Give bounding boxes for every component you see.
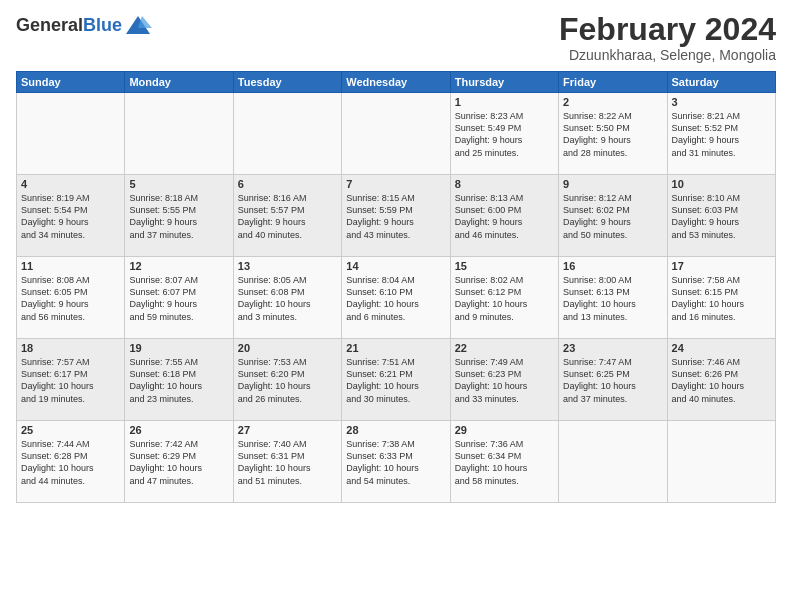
page: GeneralBlue February 2024 Dzuunkharaa, S… bbox=[0, 0, 792, 612]
day-number: 17 bbox=[672, 260, 771, 272]
day-number: 23 bbox=[563, 342, 662, 354]
calendar-cell: 28Sunrise: 7:38 AMSunset: 6:33 PMDayligh… bbox=[342, 421, 450, 503]
calendar-week-row: 4Sunrise: 8:19 AMSunset: 5:54 PMDaylight… bbox=[17, 175, 776, 257]
day-number: 8 bbox=[455, 178, 554, 190]
cell-content: Sunrise: 7:42 AMSunset: 6:29 PMDaylight:… bbox=[129, 438, 228, 487]
location: Dzuunkharaa, Selenge, Mongolia bbox=[559, 47, 776, 63]
cell-content: Sunrise: 7:55 AMSunset: 6:18 PMDaylight:… bbox=[129, 356, 228, 405]
calendar-cell bbox=[342, 93, 450, 175]
logo-general: General bbox=[16, 15, 83, 35]
day-number: 16 bbox=[563, 260, 662, 272]
day-number: 9 bbox=[563, 178, 662, 190]
calendar-week-row: 25Sunrise: 7:44 AMSunset: 6:28 PMDayligh… bbox=[17, 421, 776, 503]
calendar-week-row: 1Sunrise: 8:23 AMSunset: 5:49 PMDaylight… bbox=[17, 93, 776, 175]
calendar-cell: 17Sunrise: 7:58 AMSunset: 6:15 PMDayligh… bbox=[667, 257, 775, 339]
cell-content: Sunrise: 8:13 AMSunset: 6:00 PMDaylight:… bbox=[455, 192, 554, 241]
day-number: 14 bbox=[346, 260, 445, 272]
day-number: 28 bbox=[346, 424, 445, 436]
calendar-cell bbox=[17, 93, 125, 175]
cell-content: Sunrise: 7:58 AMSunset: 6:15 PMDaylight:… bbox=[672, 274, 771, 323]
calendar-cell: 10Sunrise: 8:10 AMSunset: 6:03 PMDayligh… bbox=[667, 175, 775, 257]
day-number: 26 bbox=[129, 424, 228, 436]
calendar-cell: 7Sunrise: 8:15 AMSunset: 5:59 PMDaylight… bbox=[342, 175, 450, 257]
cell-content: Sunrise: 8:00 AMSunset: 6:13 PMDaylight:… bbox=[563, 274, 662, 323]
day-number: 20 bbox=[238, 342, 337, 354]
title-block: February 2024 Dzuunkharaa, Selenge, Mong… bbox=[559, 12, 776, 63]
calendar-cell: 12Sunrise: 8:07 AMSunset: 6:07 PMDayligh… bbox=[125, 257, 233, 339]
cell-content: Sunrise: 8:23 AMSunset: 5:49 PMDaylight:… bbox=[455, 110, 554, 159]
day-number: 6 bbox=[238, 178, 337, 190]
cell-content: Sunrise: 8:08 AMSunset: 6:05 PMDaylight:… bbox=[21, 274, 120, 323]
cell-content: Sunrise: 8:05 AMSunset: 6:08 PMDaylight:… bbox=[238, 274, 337, 323]
calendar-table: SundayMondayTuesdayWednesdayThursdayFrid… bbox=[16, 71, 776, 503]
day-number: 15 bbox=[455, 260, 554, 272]
calendar-cell: 26Sunrise: 7:42 AMSunset: 6:29 PMDayligh… bbox=[125, 421, 233, 503]
calendar-cell: 16Sunrise: 8:00 AMSunset: 6:13 PMDayligh… bbox=[559, 257, 667, 339]
logo: GeneralBlue bbox=[16, 12, 152, 40]
cell-content: Sunrise: 8:15 AMSunset: 5:59 PMDaylight:… bbox=[346, 192, 445, 241]
calendar-week-row: 18Sunrise: 7:57 AMSunset: 6:17 PMDayligh… bbox=[17, 339, 776, 421]
header-cell-thursday: Thursday bbox=[450, 72, 558, 93]
calendar-cell bbox=[233, 93, 341, 175]
calendar-cell: 22Sunrise: 7:49 AMSunset: 6:23 PMDayligh… bbox=[450, 339, 558, 421]
calendar-cell: 13Sunrise: 8:05 AMSunset: 6:08 PMDayligh… bbox=[233, 257, 341, 339]
day-number: 12 bbox=[129, 260, 228, 272]
calendar-cell: 8Sunrise: 8:13 AMSunset: 6:00 PMDaylight… bbox=[450, 175, 558, 257]
cell-content: Sunrise: 8:12 AMSunset: 6:02 PMDaylight:… bbox=[563, 192, 662, 241]
calendar-cell bbox=[125, 93, 233, 175]
calendar-week-row: 11Sunrise: 8:08 AMSunset: 6:05 PMDayligh… bbox=[17, 257, 776, 339]
header-cell-friday: Friday bbox=[559, 72, 667, 93]
calendar-header-row: SundayMondayTuesdayWednesdayThursdayFrid… bbox=[17, 72, 776, 93]
calendar-cell: 27Sunrise: 7:40 AMSunset: 6:31 PMDayligh… bbox=[233, 421, 341, 503]
cell-content: Sunrise: 8:22 AMSunset: 5:50 PMDaylight:… bbox=[563, 110, 662, 159]
header-cell-wednesday: Wednesday bbox=[342, 72, 450, 93]
day-number: 2 bbox=[563, 96, 662, 108]
cell-content: Sunrise: 8:19 AMSunset: 5:54 PMDaylight:… bbox=[21, 192, 120, 241]
calendar-cell: 2Sunrise: 8:22 AMSunset: 5:50 PMDaylight… bbox=[559, 93, 667, 175]
day-number: 27 bbox=[238, 424, 337, 436]
day-number: 4 bbox=[21, 178, 120, 190]
logo-blue: Blue bbox=[83, 15, 122, 35]
day-number: 21 bbox=[346, 342, 445, 354]
calendar-cell bbox=[559, 421, 667, 503]
day-number: 19 bbox=[129, 342, 228, 354]
calendar-cell: 3Sunrise: 8:21 AMSunset: 5:52 PMDaylight… bbox=[667, 93, 775, 175]
header: GeneralBlue February 2024 Dzuunkharaa, S… bbox=[16, 12, 776, 63]
calendar-cell: 9Sunrise: 8:12 AMSunset: 6:02 PMDaylight… bbox=[559, 175, 667, 257]
cell-content: Sunrise: 8:07 AMSunset: 6:07 PMDaylight:… bbox=[129, 274, 228, 323]
day-number: 29 bbox=[455, 424, 554, 436]
cell-content: Sunrise: 8:16 AMSunset: 5:57 PMDaylight:… bbox=[238, 192, 337, 241]
calendar-cell: 15Sunrise: 8:02 AMSunset: 6:12 PMDayligh… bbox=[450, 257, 558, 339]
day-number: 1 bbox=[455, 96, 554, 108]
svg-marker-1 bbox=[138, 16, 152, 28]
calendar-body: 1Sunrise: 8:23 AMSunset: 5:49 PMDaylight… bbox=[17, 93, 776, 503]
header-cell-sunday: Sunday bbox=[17, 72, 125, 93]
day-number: 3 bbox=[672, 96, 771, 108]
cell-content: Sunrise: 7:51 AMSunset: 6:21 PMDaylight:… bbox=[346, 356, 445, 405]
cell-content: Sunrise: 7:57 AMSunset: 6:17 PMDaylight:… bbox=[21, 356, 120, 405]
calendar-cell: 21Sunrise: 7:51 AMSunset: 6:21 PMDayligh… bbox=[342, 339, 450, 421]
day-number: 22 bbox=[455, 342, 554, 354]
logo-icon bbox=[124, 12, 152, 40]
cell-content: Sunrise: 7:47 AMSunset: 6:25 PMDaylight:… bbox=[563, 356, 662, 405]
calendar-cell: 19Sunrise: 7:55 AMSunset: 6:18 PMDayligh… bbox=[125, 339, 233, 421]
day-number: 24 bbox=[672, 342, 771, 354]
day-number: 10 bbox=[672, 178, 771, 190]
cell-content: Sunrise: 7:49 AMSunset: 6:23 PMDaylight:… bbox=[455, 356, 554, 405]
cell-content: Sunrise: 7:44 AMSunset: 6:28 PMDaylight:… bbox=[21, 438, 120, 487]
calendar-cell: 4Sunrise: 8:19 AMSunset: 5:54 PMDaylight… bbox=[17, 175, 125, 257]
calendar-cell: 24Sunrise: 7:46 AMSunset: 6:26 PMDayligh… bbox=[667, 339, 775, 421]
cell-content: Sunrise: 8:21 AMSunset: 5:52 PMDaylight:… bbox=[672, 110, 771, 159]
calendar-cell: 23Sunrise: 7:47 AMSunset: 6:25 PMDayligh… bbox=[559, 339, 667, 421]
day-number: 25 bbox=[21, 424, 120, 436]
calendar-cell: 5Sunrise: 8:18 AMSunset: 5:55 PMDaylight… bbox=[125, 175, 233, 257]
cell-content: Sunrise: 8:18 AMSunset: 5:55 PMDaylight:… bbox=[129, 192, 228, 241]
cell-content: Sunrise: 7:38 AMSunset: 6:33 PMDaylight:… bbox=[346, 438, 445, 487]
calendar-cell: 6Sunrise: 8:16 AMSunset: 5:57 PMDaylight… bbox=[233, 175, 341, 257]
calendar-cell: 14Sunrise: 8:04 AMSunset: 6:10 PMDayligh… bbox=[342, 257, 450, 339]
month-title: February 2024 bbox=[559, 12, 776, 47]
day-number: 18 bbox=[21, 342, 120, 354]
day-number: 13 bbox=[238, 260, 337, 272]
day-number: 7 bbox=[346, 178, 445, 190]
calendar-cell: 25Sunrise: 7:44 AMSunset: 6:28 PMDayligh… bbox=[17, 421, 125, 503]
